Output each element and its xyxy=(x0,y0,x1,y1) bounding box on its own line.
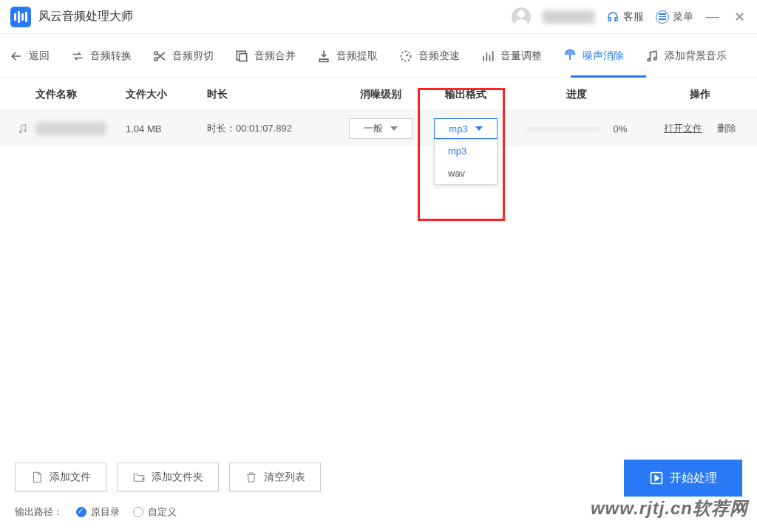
user-avatar[interactable] xyxy=(512,7,531,27)
radio-dot-icon xyxy=(133,507,143,517)
add-file-button[interactable]: 添加文件 xyxy=(15,463,106,492)
file-duration: 时长：00:01:07.892 xyxy=(207,122,340,135)
progress-cell: 0% xyxy=(510,123,643,134)
tab-volume[interactable]: 音量调整 xyxy=(481,49,542,64)
play-icon xyxy=(649,471,664,485)
radio-dot-icon xyxy=(76,507,86,517)
menu-link[interactable]: 菜单 xyxy=(656,10,693,24)
watermark-text: www.rjtj.cn软荐网 xyxy=(591,497,748,520)
tab-convert[interactable]: 音频转换 xyxy=(70,49,132,64)
headset-icon xyxy=(606,10,619,24)
format-option-mp3[interactable]: mp3 xyxy=(435,140,497,162)
start-button[interactable]: 开始处理 xyxy=(624,460,742,497)
speed-icon xyxy=(398,49,413,64)
support-label: 客服 xyxy=(623,10,644,24)
col-size: 文件大小 xyxy=(126,88,207,101)
audio-file-icon xyxy=(16,122,30,135)
col-duration: 时长 xyxy=(207,88,340,101)
radio-original-dir[interactable]: 原目录 xyxy=(76,505,120,519)
tab-speed[interactable]: 音频变速 xyxy=(398,49,460,64)
tab-bgm[interactable]: 添加背景音乐 xyxy=(645,49,727,64)
file-size: 1.04 MB xyxy=(126,123,207,134)
progress-text: 0% xyxy=(613,123,627,134)
support-link[interactable]: 客服 xyxy=(606,10,644,24)
format-option-wav[interactable]: wav xyxy=(435,162,497,184)
app-logo xyxy=(10,7,31,27)
extract-icon xyxy=(316,49,331,64)
output-path-label: 输出路径： xyxy=(15,505,63,519)
format-dropdown: mp3 wav xyxy=(434,139,498,185)
tab-cut[interactable]: 音频剪切 xyxy=(152,49,214,64)
toolbar: 返回 音频转换 音频剪切 音频合并 音频提取 音频变速 音量调整 噪声消除 添加… xyxy=(0,34,757,78)
filename-blurred xyxy=(35,122,106,135)
equalizer-icon xyxy=(481,49,495,64)
denoise-icon xyxy=(563,49,577,64)
svg-point-8 xyxy=(24,130,26,132)
noise-level-select[interactable]: 一般 xyxy=(349,118,413,139)
format-select[interactable]: mp3 xyxy=(434,118,498,139)
trash-icon xyxy=(245,471,258,484)
svg-point-5 xyxy=(648,58,650,61)
tab-extract[interactable]: 音频提取 xyxy=(316,49,378,64)
col-noise: 消噪级别 xyxy=(340,88,421,101)
merge-icon xyxy=(234,49,249,64)
convert-icon xyxy=(70,49,85,64)
menu-label: 菜单 xyxy=(673,10,693,24)
minimize-button[interactable]: — xyxy=(705,9,720,24)
app-title: 风云音频处理大师 xyxy=(38,9,512,24)
clear-list-button[interactable]: 清空列表 xyxy=(229,463,321,492)
menu-icon xyxy=(656,10,669,24)
table-header: 文件名称 文件大小 时长 消噪级别 输出格式 进度 操作 xyxy=(0,78,757,111)
tab-denoise[interactable]: 噪声消除 xyxy=(563,49,624,64)
delete-link[interactable]: 删除 xyxy=(717,122,736,135)
col-name: 文件名称 xyxy=(0,88,126,101)
arrow-left-icon xyxy=(9,49,24,64)
title-bar: 风云音频处理大师 客服 菜单 — ✕ xyxy=(0,0,757,34)
folder-add-icon xyxy=(132,471,146,484)
file-add-icon xyxy=(30,471,44,484)
table-row: 1.04 MB 时长：00:01:07.892 一般 mp3 mp3 wav 0… xyxy=(0,111,757,146)
tab-merge[interactable]: 音频合并 xyxy=(234,49,296,64)
radio-custom-dir[interactable]: 自定义 xyxy=(133,505,177,519)
back-button[interactable]: 返回 xyxy=(9,49,50,64)
progress-bar xyxy=(526,127,600,132)
music-icon xyxy=(645,49,659,64)
username-blurred xyxy=(543,10,594,24)
open-file-link[interactable]: 打开文件 xyxy=(664,122,702,135)
active-tab-indicator xyxy=(571,75,646,78)
col-progress: 进度 xyxy=(510,88,643,101)
svg-point-6 xyxy=(654,57,656,59)
svg-point-7 xyxy=(19,131,21,133)
caret-down-icon xyxy=(390,126,398,131)
col-format: 输出格式 xyxy=(421,88,510,101)
col-ops: 操作 xyxy=(643,88,757,101)
add-folder-button[interactable]: 添加文件夹 xyxy=(117,463,219,492)
scissors-icon xyxy=(152,49,167,64)
svg-rect-3 xyxy=(240,53,247,61)
caret-down-icon xyxy=(475,126,483,131)
close-button[interactable]: ✕ xyxy=(732,9,747,25)
